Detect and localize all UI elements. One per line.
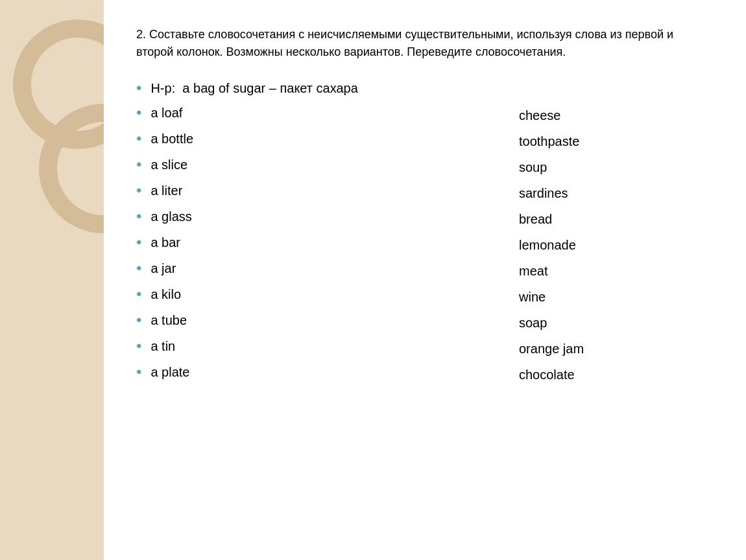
exercise-container: • Н-р: a bag of sugar – пакет сахара • a…: [136, 80, 714, 391]
right-word: lemonade: [519, 236, 576, 254]
item-label: a loaf: [150, 104, 182, 122]
item-label: a bottle: [150, 130, 193, 148]
example-item: • Н-р: a bag of sugar – пакет сахара: [136, 80, 519, 96]
list-item: • a bar: [136, 233, 519, 251]
item-label: a glass: [150, 207, 191, 226]
list-item: • a loaf: [136, 104, 519, 122]
bullet-icon: •: [136, 209, 141, 224]
right-list-item: lemonade: [519, 236, 714, 254]
item-label: a plate: [150, 363, 189, 381]
list-item: • a liter: [136, 181, 519, 200]
item-label: a liter: [150, 181, 182, 200]
right-list-item: bread: [519, 210, 714, 228]
item-label: a kilo: [150, 285, 181, 303]
right-column: cheese toothpaste soup sardines bread le…: [519, 80, 714, 391]
right-word: wine: [519, 288, 546, 306]
right-word: sardines: [519, 184, 568, 202]
list-item: • a jar: [136, 259, 519, 277]
right-word: bread: [519, 210, 552, 228]
bullet-icon: •: [136, 183, 141, 198]
item-label: a slice: [150, 156, 187, 174]
right-list-item: chocolate: [519, 366, 714, 384]
right-word: chocolate: [519, 366, 575, 384]
instruction-text: 2. Составьте словосочетания с неисчисляе…: [136, 26, 714, 61]
right-word: toothpaste: [519, 132, 579, 150]
main-content: 2. Составьте словосочетания с неисчисляе…: [104, 0, 746, 560]
list-item: • a tube: [136, 311, 519, 329]
list-item: • a glass: [136, 207, 519, 226]
left-column: • Н-р: a bag of sugar – пакет сахара • a…: [136, 80, 519, 391]
example-text: Н-р: a bag of sugar – пакет сахара: [150, 81, 357, 96]
right-list-item: soap: [519, 314, 714, 332]
left-decoration: [0, 0, 104, 560]
right-list-item: wine: [519, 288, 714, 306]
right-word: soap: [519, 314, 547, 332]
bullet-icon: •: [136, 364, 141, 380]
right-list-item: soup: [519, 158, 714, 176]
right-word: orange jam: [519, 340, 584, 358]
right-word: cheese: [519, 106, 561, 124]
bullet-icon: •: [136, 131, 141, 146]
right-list-item: cheese: [519, 106, 714, 124]
list-item: • a kilo: [136, 285, 519, 303]
right-list-item: sardines: [519, 184, 714, 202]
right-word: meat: [519, 262, 547, 280]
right-list-item: meat: [519, 262, 714, 280]
bullet-icon: •: [136, 338, 141, 354]
example-value: a bag of sugar – пакет сахара: [182, 81, 357, 95]
bullet-icon: •: [136, 235, 141, 250]
list-item: • a plate: [136, 363, 519, 381]
example-label: Н-р:: [150, 81, 175, 95]
example-bullet: •: [136, 80, 141, 96]
item-label: a bar: [150, 233, 180, 251]
item-label: a tube: [150, 311, 187, 329]
right-list-item: orange jam: [519, 340, 714, 358]
right-spacer: [519, 80, 714, 99]
list-item: • a slice: [136, 156, 519, 174]
right-word: soup: [519, 158, 547, 176]
bullet-icon: •: [136, 105, 141, 121]
list-item: • a bottle: [136, 130, 519, 148]
bullet-icon: •: [136, 157, 141, 172]
bullet-icon: •: [136, 286, 141, 302]
bullet-icon: •: [136, 312, 141, 328]
right-list-item: toothpaste: [519, 132, 714, 150]
item-label: a jar: [150, 259, 176, 277]
item-label: a tin: [150, 337, 175, 355]
list-item: • a tin: [136, 337, 519, 355]
bullet-icon: •: [136, 261, 141, 276]
